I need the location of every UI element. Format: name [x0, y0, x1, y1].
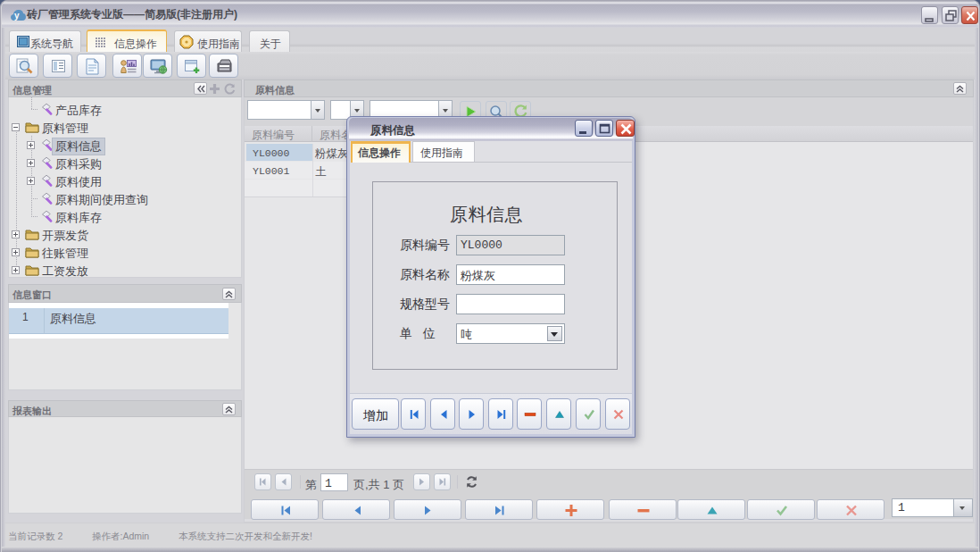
svg-text:y: y [14, 11, 20, 21]
